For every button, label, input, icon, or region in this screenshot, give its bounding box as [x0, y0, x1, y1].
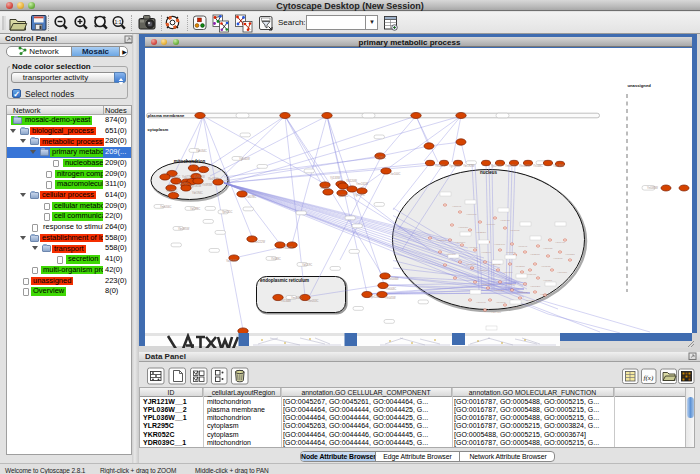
svg-text:Yor100C: Yor100C	[390, 172, 400, 176]
svg-text:Ylr348C: Ylr348C	[271, 257, 281, 261]
svg-text:Ydl119C: Ydl119C	[302, 263, 312, 267]
svg-text:Ykl120W: Ykl120W	[481, 251, 492, 254]
svg-text:plasma membrane: plasma membrane	[148, 113, 185, 118]
svg-text:Ybr291C: Ybr291C	[500, 219, 510, 222]
svg-text:Ymr271C: Ymr271C	[517, 291, 528, 294]
svg-text:unassigned: unassigned	[628, 83, 652, 88]
svg-text:Ygl045W: Ygl045W	[239, 157, 250, 161]
svg-text:Ydr470C: Ydr470C	[178, 182, 189, 186]
svg-text:Ydl138W: Ydl138W	[557, 271, 568, 274]
svg-text:Yor130C: Yor130C	[320, 186, 330, 190]
svg-text:Ydl198C: Ydl198C	[190, 207, 200, 211]
svg-text:Ylr393W: Ylr393W	[202, 183, 213, 187]
svg-text:Ygr257C: Ygr257C	[530, 253, 540, 256]
svg-text:Yfr045W: Yfr045W	[385, 296, 396, 300]
svg-text:Ynl083W: Ynl083W	[458, 226, 469, 229]
svg-text:Ynl121C: Ynl121C	[553, 257, 563, 260]
svg-text:f(x): f(x)	[644, 374, 654, 382]
svg-text:Ynl121C: Ynl121C	[435, 164, 445, 168]
svg-text:Ypl134C: Ypl134C	[338, 194, 348, 198]
svg-text:Ylr393W: Ylr393W	[446, 253, 456, 256]
svg-text:Yor222W: Yor222W	[476, 231, 487, 234]
svg-text:Ylr168C: Ylr168C	[543, 279, 552, 282]
svg-text:Ynl083W: Ynl083W	[647, 186, 658, 190]
svg-text:Ydl119C: Ydl119C	[452, 205, 462, 208]
svg-text:Ymr056C: Ymr056C	[160, 205, 171, 209]
svg-text:Ybr192W: Ybr192W	[463, 164, 475, 168]
svg-text:Yjl133W: Yjl133W	[468, 246, 478, 249]
svg-text:Ydr034C: Ydr034C	[476, 301, 486, 304]
svg-text:Ygl045W: Ygl045W	[491, 311, 502, 314]
svg-text:Ygr257C: Ygr257C	[354, 193, 365, 197]
svg-text:Ymr287C: Ymr287C	[166, 189, 177, 193]
svg-text:Ybr291C: Ybr291C	[375, 156, 386, 160]
svg-text:Ymr271C: Ymr271C	[505, 164, 516, 168]
svg-text:Yil134W: Yil134W	[527, 273, 537, 276]
svg-text:Ynl003C: Ynl003C	[386, 287, 396, 291]
svg-text:Ymr287C: Ymr287C	[436, 239, 447, 242]
svg-text:Ygr181W: Ygr181W	[455, 241, 466, 244]
svg-text:Yor356W: Yor356W	[466, 263, 477, 266]
svg-text:Ydl078C: Ydl078C	[246, 195, 256, 199]
svg-text:nucleus: nucleus	[480, 170, 498, 175]
svg-text:Ykl141W: Ykl141W	[526, 299, 537, 302]
svg-text:Ykr052C: Ykr052C	[565, 253, 575, 256]
svg-text:Yjr077C: Yjr077C	[182, 175, 192, 179]
svg-text:mitochondrion: mitochondrion	[174, 159, 206, 164]
svg-text:Ykr052C: Ykr052C	[208, 177, 219, 181]
svg-text:Ypl270W: Ypl270W	[506, 283, 517, 286]
svg-text:Yer053C: Yer053C	[541, 265, 551, 268]
svg-text:Yjr077C: Yjr077C	[511, 306, 520, 309]
svg-text:Yhr002W: Yhr002W	[519, 164, 531, 168]
svg-text:Ypl134C: Ypl134C	[518, 245, 528, 248]
svg-text:cytoplasm: cytoplasm	[148, 127, 169, 132]
svg-text:Ypr128C: Ypr128C	[515, 265, 525, 268]
svg-text:Yer053C: Yer053C	[308, 299, 318, 303]
svg-text:Yor130C: Yor130C	[506, 251, 516, 254]
svg-text:Ybr192W: Ybr192W	[494, 289, 505, 292]
svg-text:Ydr194C: Ydr194C	[555, 241, 565, 244]
svg-text:Yel006W: Yel006W	[478, 269, 489, 272]
svg-text:Ypr128C: Ypr128C	[370, 295, 380, 299]
svg-text:Yil006W: Yil006W	[283, 246, 293, 250]
svg-text:Yor356W: Yor356W	[226, 259, 237, 263]
svg-text:Yil006W: Yil006W	[486, 223, 496, 226]
svg-text:1:1: 1:1	[115, 19, 122, 25]
svg-text:Ymr241W: Ymr241W	[494, 243, 506, 246]
svg-text:Ybr085W: Ybr085W	[178, 227, 190, 231]
svg-text:Ymr166C: Ymr166C	[291, 296, 302, 300]
svg-text:Yor222W: Yor222W	[254, 240, 265, 244]
svg-text:Yel006W: Yel006W	[388, 277, 399, 281]
svg-text:Ygr096W: Ygr096W	[449, 164, 461, 168]
svg-text:Ypl270W: Ypl270W	[491, 164, 502, 168]
svg-text:Ygr096W: Ygr096W	[481, 283, 492, 286]
svg-text:Ymr241W: Ymr241W	[356, 182, 368, 186]
svg-text:Yfr045W: Yfr045W	[503, 271, 513, 274]
svg-text:Ykl141W: Ykl141W	[194, 175, 205, 179]
svg-text:Ydl078C: Ydl078C	[543, 247, 553, 250]
svg-text:Ylr168C: Ylr168C	[533, 164, 543, 168]
svg-text:Yor100C: Yor100C	[510, 229, 520, 232]
svg-text:endoplasmic reticulum: endoplasmic reticulum	[260, 278, 309, 283]
svg-text:Ydl138W: Ydl138W	[553, 164, 564, 168]
svg-text:Yil134W: Yil134W	[281, 299, 291, 303]
svg-text:Ypr011C: Ypr011C	[496, 301, 506, 304]
svg-text:Ygr181W: Ygr181W	[190, 184, 202, 188]
svg-text:Ydr470C: Ydr470C	[540, 293, 550, 296]
svg-text:Ypr021C: Ypr021C	[222, 210, 232, 214]
svg-text:Ypr011C: Ypr011C	[170, 175, 180, 179]
svg-text:Yjl133W: Yjl133W	[330, 176, 340, 180]
svg-text:Ydr034C: Ydr034C	[196, 149, 207, 153]
svg-text:Ydr194C: Ydr194C	[192, 191, 203, 195]
svg-text:Ynl003C: Ynl003C	[491, 263, 501, 266]
svg-text:Ymr166C: Ymr166C	[466, 213, 477, 216]
svg-text:Yhr002W: Yhr002W	[530, 285, 541, 288]
